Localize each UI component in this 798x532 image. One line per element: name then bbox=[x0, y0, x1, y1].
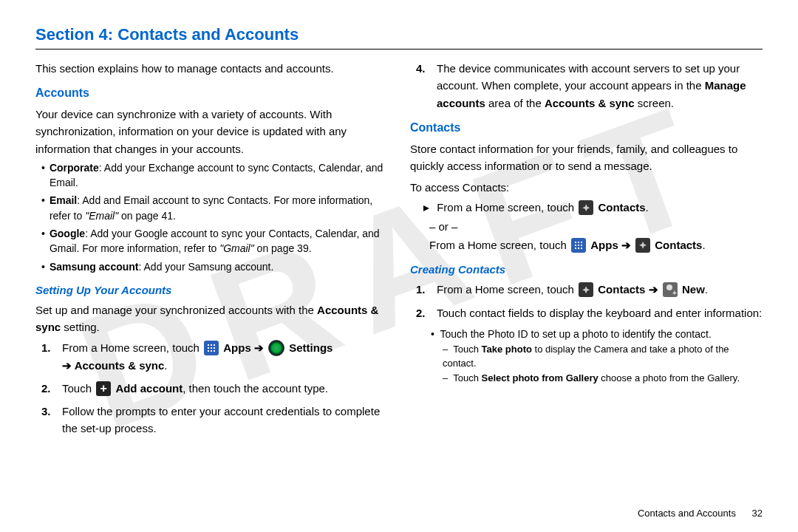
sub-dash-take-photo: – Touch Take photo to display the Camera… bbox=[443, 343, 763, 369]
apps-icon bbox=[571, 238, 586, 253]
contacts-para: Store contact information for your frien… bbox=[410, 140, 763, 175]
apps-icon bbox=[204, 341, 219, 355]
section-title: Section 4: Contacts and Accounts bbox=[35, 25, 763, 44]
marker-icon bbox=[422, 199, 431, 216]
footer-section: Contacts and Accounts bbox=[638, 508, 736, 519]
bullet-email: • Email: Add and Email account to sync C… bbox=[41, 193, 388, 223]
setup-step-1: 1. From a Home screen, touch Apps ➔ Sett… bbox=[41, 339, 388, 374]
create-step-1: 1. From a Home screen, touch Contacts ➔ … bbox=[416, 281, 763, 298]
plus-icon: + bbox=[96, 381, 111, 396]
sub-bullet-photo-id: • Touch the Photo ID to set up a photo t… bbox=[431, 327, 763, 342]
contacts-heading: Contacts bbox=[410, 119, 763, 137]
settings-icon bbox=[268, 340, 284, 356]
create-step-2: 2. Touch contact fields to display the k… bbox=[416, 304, 763, 321]
setup-heading: Setting Up Your Accounts bbox=[35, 282, 388, 299]
page-content: Section 4: Contacts and Accounts This se… bbox=[0, 0, 798, 458]
footer-page-number: 32 bbox=[752, 508, 763, 519]
sub-dash-select-gallery: – Touch Select photo from Gallery choose… bbox=[443, 372, 763, 385]
or-separator: – or – bbox=[429, 218, 763, 235]
page-footer: Contacts and Accounts 32 bbox=[638, 508, 763, 519]
contacts-icon bbox=[635, 238, 650, 253]
left-column: This section explains how to manage cont… bbox=[35, 60, 388, 443]
bullet-corporate: • Corporate: Add your Exchange account t… bbox=[41, 160, 388, 191]
setup-step-4: 4. The device communicates with account … bbox=[416, 60, 763, 112]
accounts-heading: Accounts bbox=[35, 84, 388, 103]
contacts-icon bbox=[579, 200, 593, 215]
contacts-icon bbox=[579, 282, 593, 297]
bullet-samsung: • Samsung account: Add your Samsung acco… bbox=[41, 259, 388, 274]
accounts-para: Your device can synchronize with a varie… bbox=[35, 106, 388, 157]
setup-step-3: 3. Follow the prompts to enter your acco… bbox=[41, 403, 388, 437]
setup-para: Set up and manage your synchronized acco… bbox=[35, 301, 388, 336]
bullet-google: • Google: Add your Google account to syn… bbox=[41, 226, 388, 256]
contacts-access: To access Contacts: bbox=[410, 179, 763, 196]
new-contact-icon bbox=[663, 282, 678, 297]
svg-marker-0 bbox=[423, 205, 429, 211]
intro-text: This section explains how to manage cont… bbox=[35, 60, 388, 77]
creating-contacts-heading: Creating Contacts bbox=[410, 261, 763, 278]
setup-step-2: 2. Touch + Add account, then touch the a… bbox=[41, 380, 388, 397]
contacts-access-line1: From a Home screen, touch Contacts. bbox=[417, 199, 763, 216]
right-column: 4. The device communicates with account … bbox=[410, 60, 763, 443]
contacts-access-line2: From a Home screen, touch Apps ➔ Contact… bbox=[429, 236, 763, 253]
title-rule bbox=[35, 49, 763, 50]
